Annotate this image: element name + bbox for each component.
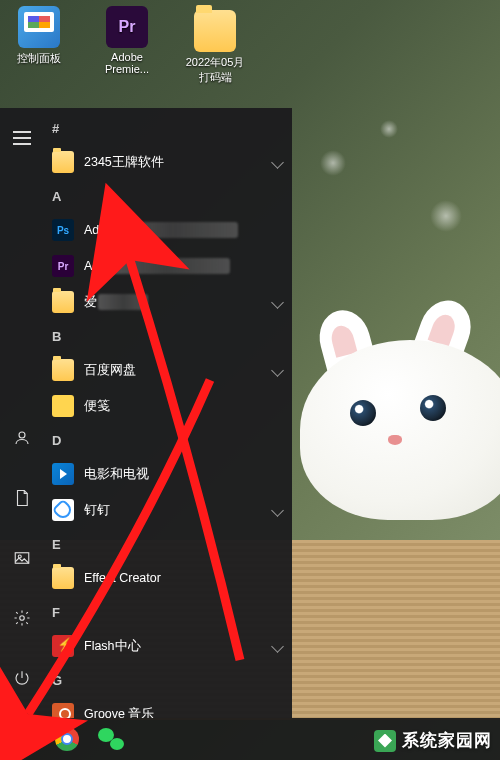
app-item-2345[interactable]: 2345王牌软件 bbox=[44, 144, 292, 180]
app-label: 2345王牌软件 bbox=[84, 154, 164, 171]
app-item-photoshop[interactable]: Ps Ado bbox=[44, 212, 292, 248]
app-item-premiere[interactable]: Pr Ad bbox=[44, 248, 292, 284]
flash-icon bbox=[52, 635, 74, 657]
folder-icon bbox=[52, 151, 74, 173]
premiere-icon: Pr bbox=[52, 255, 74, 277]
power-icon bbox=[13, 669, 31, 687]
app-item-effect-creator[interactable]: Effect Creator bbox=[44, 560, 292, 596]
groove-icon bbox=[52, 703, 74, 718]
start-menu: # 2345王牌软件 A Ps Ado Pr Ad 爱 B 百度网盘 bbox=[0, 108, 292, 718]
list-header-f[interactable]: F bbox=[44, 596, 292, 628]
sticky-notes-icon bbox=[52, 395, 74, 417]
document-icon bbox=[13, 489, 31, 507]
wechat-icon bbox=[98, 728, 124, 750]
watermark-text: 系统家园网 bbox=[402, 729, 492, 752]
hamburger-icon bbox=[13, 137, 31, 139]
app-item-flash[interactable]: Flash中心 bbox=[44, 628, 292, 664]
app-item-movies-tv[interactable]: 电影和电视 bbox=[44, 456, 292, 492]
list-header-hash[interactable]: # bbox=[44, 112, 292, 144]
desktop-icon-premiere[interactable]: Pr Adobe Premie... bbox=[92, 6, 162, 85]
list-header-a[interactable]: A bbox=[44, 180, 292, 212]
list-header-g[interactable]: G bbox=[44, 664, 292, 696]
folder-icon bbox=[52, 359, 74, 381]
desktop-icons: 控制面板 Pr Adobe Premie... 2022年05月 打码端 bbox=[4, 6, 250, 85]
desktop-icon-label: 2022年05月 打码端 bbox=[186, 55, 245, 85]
chevron-down-icon bbox=[271, 156, 284, 169]
taskbar-wechat[interactable] bbox=[92, 720, 130, 758]
app-label: Groove 音乐 bbox=[84, 706, 154, 719]
app-label: Ado bbox=[84, 223, 106, 237]
app-label: 电影和电视 bbox=[84, 466, 149, 483]
censored-text bbox=[102, 258, 230, 274]
premiere-icon: Pr bbox=[106, 6, 148, 48]
movies-icon bbox=[52, 463, 74, 485]
account-button[interactable] bbox=[0, 418, 44, 458]
chevron-down-icon bbox=[271, 364, 284, 377]
app-item-ai[interactable]: 爱 bbox=[44, 284, 292, 320]
chevron-down-icon bbox=[271, 640, 284, 653]
wallpaper-cat bbox=[280, 280, 500, 540]
start-menu-app-list[interactable]: # 2345王牌软件 A Ps Ado Pr Ad 爱 B 百度网盘 bbox=[44, 108, 292, 718]
app-label: Effect Creator bbox=[84, 571, 161, 585]
desktop-icon-label: 控制面板 bbox=[17, 51, 61, 66]
watermark: 系统家园网 bbox=[374, 729, 492, 752]
gear-icon bbox=[13, 609, 31, 627]
control-panel-icon bbox=[18, 6, 60, 48]
menu-expand-button[interactable] bbox=[0, 118, 44, 158]
pictures-button[interactable] bbox=[0, 538, 44, 578]
censored-text bbox=[108, 222, 238, 238]
photoshop-icon: Ps bbox=[52, 219, 74, 241]
svg-point-0 bbox=[19, 432, 25, 438]
chevron-down-icon bbox=[271, 296, 284, 309]
desktop-icon-label: Adobe Premie... bbox=[105, 51, 149, 75]
folder-icon bbox=[194, 10, 236, 52]
censored-text bbox=[98, 294, 148, 310]
start-menu-rail bbox=[0, 108, 44, 718]
desktop-icon-control-panel[interactable]: 控制面板 bbox=[4, 6, 74, 85]
app-label: 便笺 bbox=[84, 398, 110, 415]
folder-icon bbox=[52, 567, 74, 589]
list-header-b[interactable]: B bbox=[44, 320, 292, 352]
app-label: 钉钉 bbox=[84, 502, 110, 519]
app-label: 爱 bbox=[84, 294, 97, 311]
app-label: 百度网盘 bbox=[84, 362, 136, 379]
watermark-logo-icon bbox=[374, 730, 396, 752]
power-button[interactable] bbox=[0, 658, 44, 698]
chrome-icon bbox=[55, 727, 79, 751]
app-item-sticky-notes[interactable]: 便笺 bbox=[44, 388, 292, 424]
folder-icon bbox=[52, 291, 74, 313]
user-icon bbox=[13, 429, 31, 447]
app-label: Ad bbox=[84, 259, 99, 273]
app-item-dingtalk[interactable]: 钉钉 bbox=[44, 492, 292, 528]
taskbar-chrome[interactable] bbox=[48, 720, 86, 758]
list-header-e[interactable]: E bbox=[44, 528, 292, 560]
app-label: Flash中心 bbox=[84, 638, 141, 655]
windows-icon bbox=[13, 729, 33, 749]
start-button[interactable] bbox=[4, 720, 42, 758]
app-item-baidu[interactable]: 百度网盘 bbox=[44, 352, 292, 388]
settings-button[interactable] bbox=[0, 598, 44, 638]
svg-point-3 bbox=[20, 616, 25, 621]
list-header-d[interactable]: D bbox=[44, 424, 292, 456]
pictures-icon bbox=[13, 549, 31, 567]
app-item-groove[interactable]: Groove 音乐 bbox=[44, 696, 292, 718]
documents-button[interactable] bbox=[0, 478, 44, 518]
dingtalk-icon bbox=[52, 499, 74, 521]
chevron-down-icon bbox=[271, 504, 284, 517]
desktop-icon-folder[interactable]: 2022年05月 打码端 bbox=[180, 6, 250, 85]
